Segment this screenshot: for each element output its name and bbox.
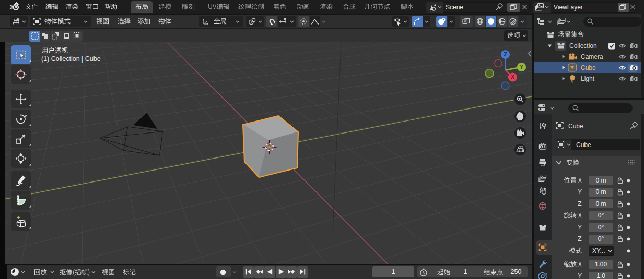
- svg-text:Z: Z: [504, 52, 507, 57]
- svg-text:Y: Y: [520, 64, 523, 70]
- svg-text:X: X: [511, 74, 514, 80]
